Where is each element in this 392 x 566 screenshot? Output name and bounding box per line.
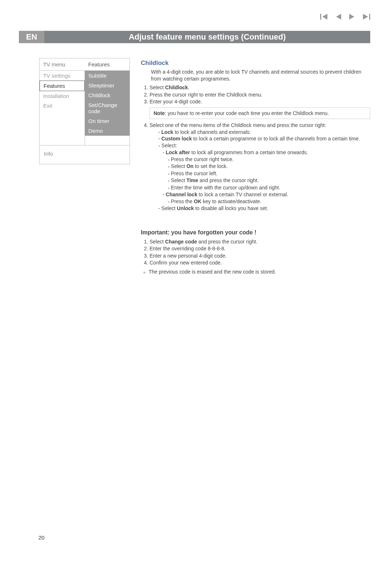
menu-left-item[interactable]: TV settings	[40, 71, 85, 81]
svg-marker-2	[336, 14, 341, 20]
menu-header-left: TV menu	[40, 58, 85, 71]
page-number: 20	[38, 534, 45, 541]
menu-left-item[interactable]: Exit	[40, 101, 85, 111]
section-heading-childlock: Childlock	[141, 59, 370, 67]
page-title: Adjust feature menu settings (Continued)	[44, 31, 370, 43]
menu-left-column: TV settings Features Installation Exit	[40, 71, 85, 145]
menu-right-item[interactable]: Sleeptimer	[85, 81, 130, 90]
last-icon[interactable]	[363, 14, 370, 21]
tv-menu-panel: TV menu Features TV settings Features In…	[39, 58, 130, 164]
step-item: Enter your 4-digit code.	[150, 98, 370, 105]
menu-right-column: Subtitle Sleeptimer Childlock Set/Change…	[85, 71, 130, 145]
first-icon[interactable]	[320, 14, 327, 21]
intro-text: With a 4-digit code, you are able to loc…	[151, 69, 370, 82]
menu-right-item[interactable]: On timer	[85, 116, 130, 126]
menu-right-item[interactable]: Demo	[85, 126, 130, 136]
menu-right-item[interactable]: Childlock	[85, 90, 130, 100]
svg-marker-1	[322, 14, 327, 20]
step-item: Select Childlock.	[150, 84, 370, 91]
note-box: Note: you have to re-enter your code eac…	[150, 107, 370, 119]
steps-list-cont: Select one of the menu items of the Chil…	[141, 122, 370, 212]
svg-marker-4	[363, 14, 368, 20]
menu-right-item[interactable]: Subtitle	[85, 71, 130, 81]
svg-marker-3	[349, 14, 354, 20]
svg-rect-0	[320, 14, 321, 20]
step-item: Enter a new personal 4-digit code.	[150, 253, 370, 259]
steps-list: Select Childlock. Press the cursor right…	[141, 84, 370, 105]
important-steps: Select Change code and press the cursor …	[141, 238, 370, 266]
step-item: Select one of the menu items of the Chil…	[150, 122, 370, 212]
menu-info-label: Info	[40, 145, 130, 164]
menu-left-item-features[interactable]: Features	[40, 81, 85, 91]
next-icon[interactable]	[349, 14, 355, 21]
svg-rect-5	[369, 14, 370, 20]
prev-icon[interactable]	[335, 14, 341, 21]
result-line: ▹ The previous code is erased and the ne…	[144, 268, 370, 275]
step-item: Press the cursor right to enter the Chil…	[150, 91, 370, 98]
menu-left-item[interactable]: Installation	[40, 91, 85, 101]
menu-header-right: Features	[85, 58, 130, 71]
important-heading: Important: you have forgotten your code …	[141, 229, 370, 236]
step-item: Select Change code and press the cursor …	[150, 238, 370, 245]
step-item: Confirm your new entered code.	[150, 259, 370, 266]
menu-right-item[interactable]: Set/Change code	[85, 100, 130, 116]
step-item: Enter the overriding code 8-8-8-8.	[150, 245, 370, 252]
content-area: Childlock With a 4-digit code, you are a…	[141, 59, 370, 275]
language-badge: EN	[19, 31, 44, 43]
nav-icons	[320, 14, 370, 21]
